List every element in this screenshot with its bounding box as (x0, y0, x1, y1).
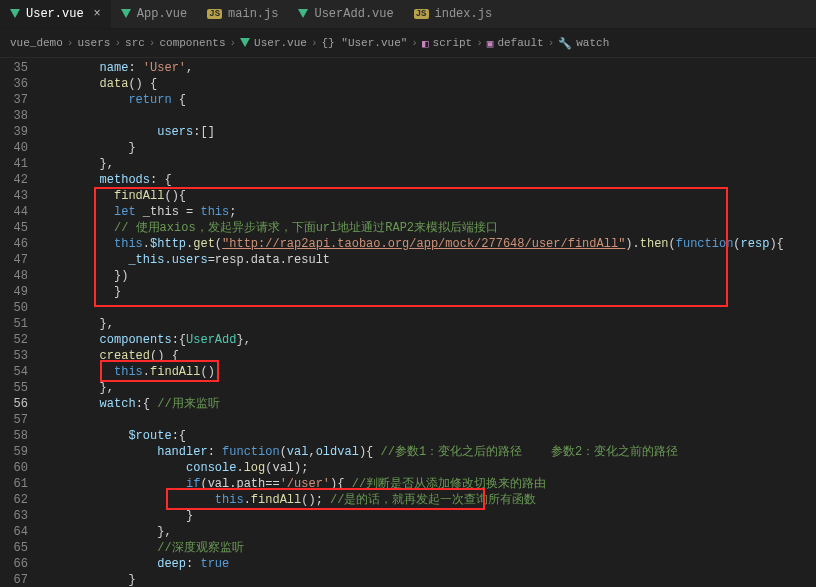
tab-user-vue[interactable]: User.vue × (0, 0, 111, 28)
crumb[interactable]: components (159, 37, 225, 49)
tab-label: main.js (228, 7, 278, 21)
crumb[interactable]: vue_demo (10, 37, 63, 49)
crumb[interactable]: src (125, 37, 145, 49)
line-gutter: 3536373839404142434445464748495051525354… (0, 58, 36, 587)
tab-main-js[interactable]: JS main.js (197, 0, 288, 28)
js-icon: JS (414, 9, 429, 19)
crumb[interactable]: User.vue (254, 37, 307, 49)
js-icon: JS (207, 9, 222, 19)
breadcrumb[interactable]: vue_demo› users› src› components› User.v… (0, 29, 816, 58)
tab-label: UserAdd.vue (314, 7, 393, 21)
tab-bar: User.vue × App.vue JS main.js UserAdd.vu… (0, 0, 816, 29)
tab-label: index.js (435, 7, 493, 21)
crumb[interactable]: script (433, 37, 473, 49)
crumb[interactable]: default (497, 37, 543, 49)
tab-app-vue[interactable]: App.vue (111, 0, 197, 28)
vue-icon (10, 9, 20, 19)
tab-label: User.vue (26, 7, 84, 21)
tab-index-js[interactable]: JS index.js (404, 0, 502, 28)
code-area[interactable]: name: 'User', data() { return { users:[]… (36, 58, 816, 587)
script-icon: ◧ (422, 37, 429, 50)
crumb[interactable]: {} "User.vue" (322, 37, 408, 49)
close-icon[interactable]: × (94, 7, 101, 21)
crumb[interactable]: users (77, 37, 110, 49)
crumb[interactable]: watch (576, 37, 609, 49)
wrench-icon: 🔧 (558, 37, 572, 50)
editor[interactable]: 3536373839404142434445464748495051525354… (0, 58, 816, 587)
tab-label: App.vue (137, 7, 187, 21)
vue-icon (121, 9, 131, 19)
tab-useradd-vue[interactable]: UserAdd.vue (288, 0, 403, 28)
vue-icon (298, 9, 308, 19)
object-icon: ▣ (487, 37, 494, 50)
vue-icon (240, 38, 250, 48)
